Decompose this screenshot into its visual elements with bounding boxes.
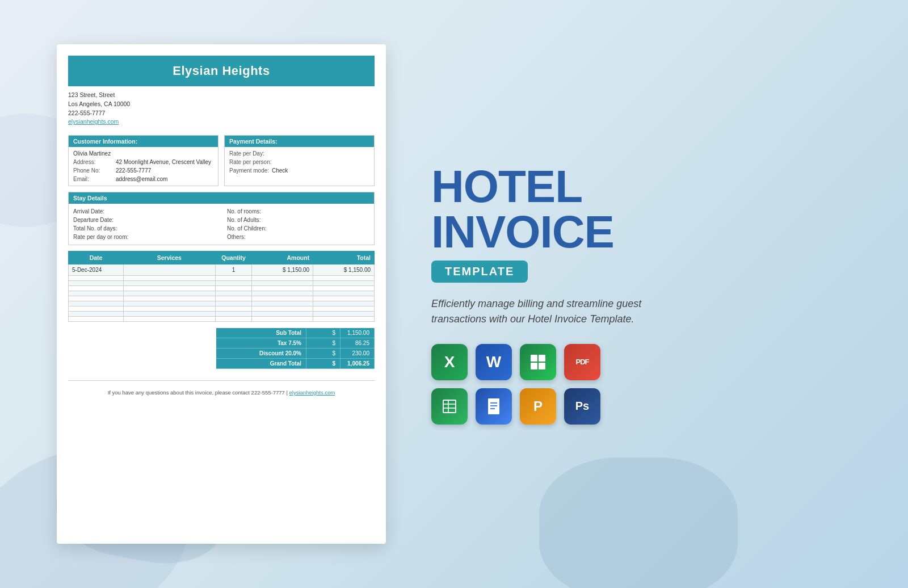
tax-value: 86.25: [340, 338, 375, 348]
table-row: [69, 301, 375, 306]
no-adults-line: No. of Adults:: [227, 216, 369, 224]
cell-quantity: 1: [215, 264, 252, 276]
footer-text: If you have any questions about this inv…: [108, 389, 288, 396]
tagline: Efficiently manage billing and streamlin…: [431, 296, 670, 327]
cell-total: [313, 281, 375, 286]
cell-total: $ 1,150.00: [313, 264, 375, 276]
cell-amount: [252, 286, 313, 291]
gdocs-icon[interactable]: [476, 388, 512, 425]
word-icon[interactable]: W: [476, 344, 512, 380]
cell-quantity: [215, 301, 252, 306]
cell-services: [124, 281, 216, 286]
discount-value: 230.00: [340, 348, 375, 359]
cell-services: [124, 286, 216, 291]
cell-total: [313, 317, 375, 322]
cell-amount: $ 1,150.00: [252, 264, 313, 276]
arrival-date-line: Arrival Date:: [73, 207, 216, 216]
payment-mode-label: Payment mode:: [229, 167, 272, 174]
customer-name-line: Olivia Martinez: [73, 149, 213, 158]
svg-rect-0: [531, 355, 537, 362]
cell-date: 5-Dec-2024: [69, 264, 124, 276]
no-adults-label: No. of Adults:: [227, 217, 260, 223]
ps-icon[interactable]: Ps: [564, 388, 600, 425]
total-days-line: Total No. of days:: [73, 224, 216, 233]
cell-date: [69, 276, 124, 281]
cell-quantity: [215, 276, 252, 281]
icons-row-2: P Ps: [431, 388, 600, 425]
subtotal-currency: $: [306, 328, 340, 338]
tax-row: Tax 7.5% $ 86.25: [216, 338, 375, 348]
pdf-icon[interactable]: PDF: [564, 344, 600, 380]
customer-address: 42 Moonlight Avenue, Crescent Valley: [116, 159, 213, 165]
table-row: [69, 312, 375, 317]
payment-info-body: Rate per Day: Rate per person: Payment m…: [225, 147, 374, 177]
others-label: Others:: [227, 234, 246, 240]
table-row: [69, 286, 375, 291]
hotel-name: Elysian Heights: [79, 64, 363, 78]
table-row: [69, 306, 375, 312]
app-icons-grid: X W PDF: [431, 344, 600, 425]
stay-col-left: Arrival Date: Departure Date: Total No. …: [73, 207, 216, 241]
rate-per-day-room-label: Rate per day or room:: [73, 234, 128, 240]
cell-services: [124, 306, 216, 312]
cell-date: [69, 296, 124, 301]
title-invoice: INVOICE: [431, 209, 614, 255]
customer-email: address@email.com: [116, 176, 213, 182]
departure-date-line: Departure Date:: [73, 216, 216, 224]
customer-email-line: Email: address@email.com: [73, 175, 213, 183]
table-row: [69, 296, 375, 301]
no-children-line: No. of Children:: [227, 224, 369, 233]
cell-total: [313, 291, 375, 296]
cell-amount: [252, 296, 313, 301]
customer-address-line: Address: 42 Moonlight Avenue, Crescent V…: [73, 158, 213, 166]
discount-row: Discount 20.0% $ 230.00: [216, 348, 375, 359]
cell-quantity: [215, 317, 252, 322]
cell-date: [69, 312, 124, 317]
numbers-icon[interactable]: [520, 344, 556, 380]
th-date: Date: [69, 251, 124, 264]
customer-info-box: Customer Information: Olivia Martinez Ad…: [68, 135, 218, 186]
svg-rect-4: [443, 400, 456, 413]
template-badge: TEMPLATE: [431, 261, 528, 283]
cell-amount: [252, 281, 313, 286]
title-hotel: HOTEL: [431, 164, 582, 209]
invoice-footer: If you have any questions about this inv…: [68, 380, 375, 396]
hotel-website[interactable]: elysianheights.com: [68, 118, 119, 125]
excel-icon[interactable]: X: [431, 344, 468, 380]
cell-quantity: [215, 286, 252, 291]
cell-quantity: [215, 281, 252, 286]
table-row: 5-Dec-2024 1 $ 1,150.00 $ 1,150.00: [69, 264, 375, 276]
cell-quantity: [215, 306, 252, 312]
cell-services: [124, 317, 216, 322]
no-children-label: No. of Children:: [227, 225, 266, 232]
cell-date: [69, 281, 124, 286]
gsheets-icon[interactable]: [431, 388, 468, 425]
cell-quantity: [215, 291, 252, 296]
pages-icon[interactable]: P: [520, 388, 556, 425]
subtotal-row: Sub Total $ 1,150.00: [216, 328, 375, 338]
services-table: Date Services Quantity Amount Total 5-De…: [68, 251, 375, 322]
subtotal-value: 1,150.00: [340, 328, 375, 338]
email-label: Email:: [73, 176, 116, 182]
table-row: [69, 291, 375, 296]
table-row: [69, 281, 375, 286]
invoice-document: Elysian Heights 123 Street, Street Los A…: [57, 44, 386, 544]
cell-services: [124, 296, 216, 301]
cell-services: [124, 291, 216, 296]
cell-total: [313, 306, 375, 312]
svg-rect-3: [539, 363, 545, 369]
th-amount: Amount: [252, 251, 313, 264]
payment-info-box: Payment Details: Rate per Day: Rate per …: [224, 135, 375, 186]
info-row: Customer Information: Olivia Martinez Ad…: [68, 135, 375, 186]
customer-phone-line: Phone No: 222-555-7777: [73, 166, 213, 175]
table-row: [69, 317, 375, 322]
discount-label: Discount 20.0%: [216, 348, 306, 359]
rate-per-day-line: Rate per Day:: [229, 149, 369, 158]
address-line1: 123 Street, Street: [68, 91, 375, 100]
address-label: Address:: [73, 159, 116, 165]
grand-label: Grand Total: [216, 359, 306, 369]
svg-rect-2: [531, 363, 537, 369]
footer-link[interactable]: elysianheights.com: [289, 389, 335, 396]
main-container: Elysian Heights 123 Street, Street Los A…: [57, 44, 851, 544]
departure-date-label: Departure Date:: [73, 217, 114, 223]
